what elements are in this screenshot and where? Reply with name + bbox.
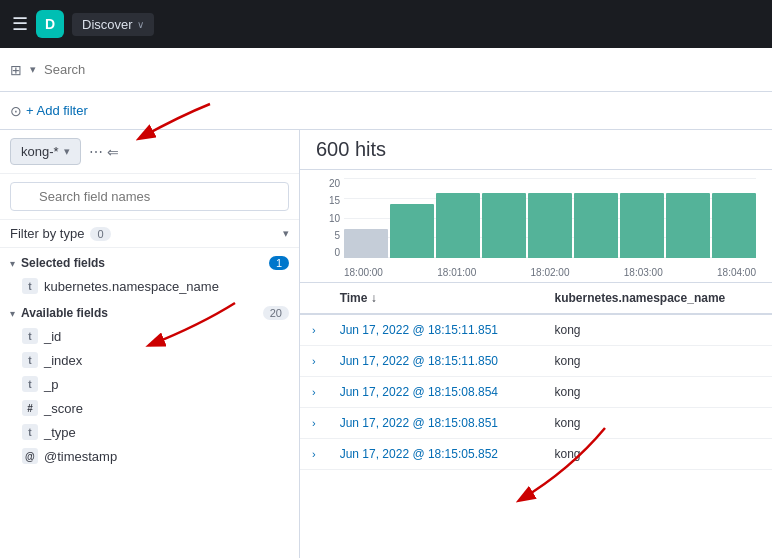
discover-label: Discover (82, 17, 133, 32)
field-timestamp[interactable]: @ @timestamp (0, 444, 299, 468)
x-label-0: 18:00:00 (344, 267, 383, 278)
chart-bar-5 (574, 193, 618, 258)
x-label-4: 18:04:00 (717, 267, 756, 278)
chart-bar-1 (390, 204, 434, 258)
table-row: ›Jun 17, 2022 @ 18:15:08.854kong (300, 377, 772, 408)
main-layout: kong-* ▾ ⋯ ⇐ 🔍 Filter by type 0 ▾ (0, 130, 772, 558)
selected-fields-label: Selected fields (21, 256, 105, 270)
time-cell: Jun 17, 2022 @ 18:15:08.851 (328, 408, 543, 439)
filter-type-chevron-icon: ▾ (283, 227, 289, 240)
chart-area: 20 15 10 5 0 18:00:00 18:01:00 18:02:00 … (300, 170, 772, 283)
save-search-icon[interactable]: ⊞ (10, 62, 22, 78)
sidebar: kong-* ▾ ⋯ ⇐ 🔍 Filter by type 0 ▾ (0, 130, 300, 558)
namespace-cell: kong (542, 346, 772, 377)
chart-bar-6 (620, 193, 664, 258)
expand-button[interactable]: › (312, 324, 316, 336)
chart-bar-8 (712, 193, 756, 258)
field-type-t-icon: t (22, 278, 38, 294)
filter-type-count: 0 (90, 227, 110, 241)
namespace-cell: kong (542, 377, 772, 408)
search-fields-row: 🔍 (0, 174, 299, 220)
field-id[interactable]: t _id (0, 324, 299, 348)
dots-icon[interactable]: ⋯ (89, 144, 103, 160)
namespace-cell: kong (542, 408, 772, 439)
expand-button[interactable]: › (312, 355, 316, 367)
available-fields-section[interactable]: ▾ Available fields 20 (0, 298, 299, 324)
data-table-area: Time ↓ kubernetes.namespace_name ›Jun 17… (300, 283, 772, 558)
collapse-icon[interactable]: ⇐ (107, 144, 119, 160)
time-cell: Jun 17, 2022 @ 18:15:11.850 (328, 346, 543, 377)
hits-count: 600 hits (316, 138, 386, 161)
table-row: ›Jun 17, 2022 @ 18:15:08.851kong (300, 408, 772, 439)
available-chevron-icon: ▾ (10, 308, 15, 319)
selected-field-namespace[interactable]: t kubernetes.namespace_name (0, 274, 299, 298)
expand-button[interactable]: › (312, 386, 316, 398)
namespace-cell: kong (542, 439, 772, 470)
time-cell: Jun 17, 2022 @ 18:15:05.852 (328, 439, 543, 470)
y-label-0: 0 (334, 247, 340, 258)
index-pattern-label: kong-* (21, 144, 59, 159)
selected-fields-count: 1 (269, 256, 289, 270)
chart-container: 20 15 10 5 0 18:00:00 18:01:00 18:02:00 … (316, 178, 756, 278)
search-bar: ⊞ ▾ (0, 48, 772, 92)
x-label-3: 18:03:00 (624, 267, 663, 278)
save-chevron-icon[interactable]: ▾ (30, 63, 36, 76)
field-p[interactable]: t _p (0, 372, 299, 396)
table-row: ›Jun 17, 2022 @ 18:15:11.850kong (300, 346, 772, 377)
table-row: ›Jun 17, 2022 @ 18:15:05.852kong (300, 439, 772, 470)
data-table: Time ↓ kubernetes.namespace_name ›Jun 17… (300, 283, 772, 470)
filter-icon: ⊙ (10, 103, 22, 119)
field-score[interactable]: # _score (0, 396, 299, 420)
right-panel: 600 hits 20 15 10 5 (300, 130, 772, 558)
y-label-10: 10 (329, 213, 340, 224)
time-cell: Jun 17, 2022 @ 18:15:08.854 (328, 377, 543, 408)
app-icon: D (36, 10, 64, 38)
y-axis-labels: 20 15 10 5 0 (316, 178, 340, 258)
index-pattern-button[interactable]: kong-* ▾ (10, 138, 81, 165)
field-type-t-icon: t (22, 424, 38, 440)
expand-button[interactable]: › (312, 448, 316, 460)
y-label-5: 5 (334, 230, 340, 241)
y-label-15: 15 (329, 195, 340, 206)
x-label-1: 18:01:00 (437, 267, 476, 278)
index-pattern-row: kong-* ▾ ⋯ ⇐ (0, 130, 299, 174)
fields-scroll: ▾ Selected fields 1 t kubernetes.namespa… (0, 248, 299, 558)
chart-bars (344, 178, 756, 258)
field-type-at-icon: @ (22, 448, 38, 464)
filter-type-row[interactable]: Filter by type 0 ▾ (0, 220, 299, 248)
table-row: ›Jun 17, 2022 @ 18:15:11.851kong (300, 314, 772, 346)
field-type[interactable]: t _type (0, 420, 299, 444)
filter-type-left: Filter by type 0 (10, 226, 111, 241)
x-axis-labels: 18:00:00 18:01:00 18:02:00 18:03:00 18:0… (344, 267, 756, 278)
chart-bar-4 (528, 193, 572, 258)
field-index[interactable]: t _index (0, 348, 299, 372)
hamburger-icon[interactable]: ☰ (12, 13, 28, 35)
search-input[interactable] (44, 62, 762, 77)
time-cell: Jun 17, 2022 @ 18:15:11.851 (328, 314, 543, 346)
chart-bar-3 (482, 193, 526, 258)
y-label-20: 20 (329, 178, 340, 189)
time-column-header[interactable]: Time ↓ (328, 283, 543, 314)
namespace-cell: kong (542, 314, 772, 346)
field-type-t-icon: t (22, 328, 38, 344)
index-pattern-chevron-icon: ▾ (64, 145, 70, 158)
chart-bar-0 (344, 229, 388, 258)
chart-bar-7 (666, 193, 710, 258)
expand-button[interactable]: › (312, 417, 316, 429)
chevron-down-icon: ∨ (137, 19, 144, 30)
add-filter-button[interactable]: + Add filter (26, 103, 88, 118)
filter-type-label: Filter by type (10, 226, 84, 241)
filter-bar: ⊙ + Add filter (0, 92, 772, 130)
field-namespace-name: kubernetes.namespace_name (44, 279, 219, 294)
selected-fields-section[interactable]: ▾ Selected fields 1 (0, 248, 299, 274)
expand-col-header (300, 283, 328, 314)
namespace-column-header[interactable]: kubernetes.namespace_name (542, 283, 772, 314)
discover-button[interactable]: Discover ∨ (72, 13, 154, 36)
field-type-t-icon: t (22, 376, 38, 392)
chart-bar-2 (436, 193, 480, 258)
search-fields-input[interactable] (10, 182, 289, 211)
field-type-t-icon: t (22, 352, 38, 368)
available-fields-label: Available fields (21, 306, 108, 320)
selected-chevron-icon: ▾ (10, 258, 15, 269)
top-nav: ☰ D Discover ∨ (0, 0, 772, 48)
